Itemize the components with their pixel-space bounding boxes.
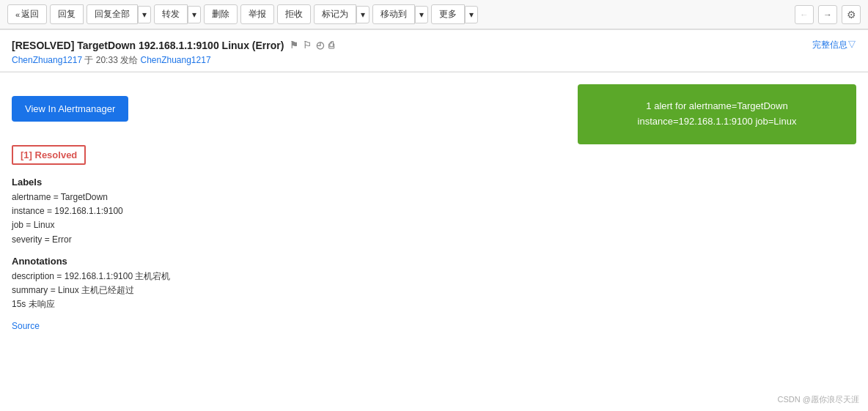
report-label: 举报 [249,8,266,21]
mark-chevron-icon: ▾ [361,10,365,20]
annotations-title: Annotations [12,256,856,267]
back-arrow-icon: « [15,10,20,19]
annotation-summary-line2: 15s 未响应 [12,297,856,311]
settings-button[interactable]: ⚙ [842,5,861,24]
reply-label: 回复 [58,8,76,21]
nav-next-button[interactable]: → [818,5,837,24]
forward-button[interactable]: 转发 [154,4,188,24]
reply-button[interactable]: 回复 [50,4,84,24]
label-severity: severity = Error [12,233,856,247]
reply-all-button[interactable]: 回复全部 [87,4,138,24]
nav-prev-button[interactable]: ← [795,5,814,24]
toolbar: « 返回 回复 回复全部 ▾ 转发 ▾ [0,0,868,29]
label-job: job = Linux [12,218,856,232]
forward-dropdown[interactable]: ▾ [188,6,201,23]
bookmark-icon[interactable]: ⚑ [290,40,298,51]
more-label: 更多 [439,8,457,21]
subject-text: [RESOLVED] TargetDown 192.168.1.1:9100 L… [12,40,284,51]
clock-icon[interactable]: ◴ [316,40,324,51]
full-info-link[interactable]: 完整信息▽ [812,39,856,51]
more-chevron-icon: ▾ [469,10,474,20]
email-from: ChenZhuang1217 于 20:33 发给 ChenZhuang1217 [12,54,856,67]
report-button[interactable]: 举报 [240,4,274,24]
mark-label: 标记为 [322,8,348,21]
mark-button[interactable]: 标记为 [314,4,356,24]
forward-chevron-icon: ▾ [192,10,196,20]
move-button[interactable]: 移动到 [372,4,415,24]
annotations-section: Annotations description = 192.168.1.1:91… [12,256,856,312]
email-body: 1 alert for alertname=TargetDown instanc… [0,73,868,366]
more-group: 更多 ▾ [431,4,478,24]
more-button[interactable]: 更多 [431,4,465,24]
subject-icons: ⚑ ⚐ ◴ ⎙ [290,40,334,51]
email-header: [RESOLVED] TargetDown 192.168.1.1:9100 L… [0,30,868,72]
resolved-badge-container: [1] Resolved [12,145,856,177]
resolved-badge: [1] Resolved [12,145,86,165]
alert-line1: 1 alert for alertname=TargetDown [595,99,839,114]
more-dropdown[interactable]: ▾ [465,6,478,23]
source-link[interactable]: Source [12,321,40,331]
forward-group: 转发 ▾ [154,4,201,24]
flag-icon[interactable]: ⚐ [303,40,312,51]
reply-all-dropdown[interactable]: ▾ [138,6,151,23]
label-alertname: alertname = TargetDown [12,190,856,204]
label-instance: instance = 192.168.1.1:9100 [12,204,856,218]
reject-button[interactable]: 拒收 [277,4,311,24]
reply-all-label: 回复全部 [95,8,130,21]
reply-group: 回复 [50,4,84,24]
move-group: 移动到 ▾ [372,4,428,24]
labels-section: Labels alertname = TargetDown instance =… [12,177,856,247]
toolbar-left: « 返回 回复 回复全部 ▾ 转发 ▾ [7,4,792,24]
labels-title: Labels [12,177,856,188]
reply-all-group: 回复全部 ▾ [87,4,151,24]
reject-label: 拒收 [285,8,303,21]
annotation-summary-line1: summary = Linux 主机已经超过 [12,284,856,297]
alert-box: 1 alert for alertname=TargetDown instanc… [578,84,856,144]
recipient-link[interactable]: ChenZhuang1217 [140,55,210,65]
print-icon[interactable]: ⎙ [328,40,334,51]
delete-button[interactable]: 删除 [204,4,238,24]
forward-label: 转发 [162,8,180,21]
email-subject: [RESOLVED] TargetDown 192.168.1.1:9100 L… [12,40,334,51]
reply-all-chevron-icon: ▾ [142,10,147,20]
sender-link[interactable]: ChenZhuang1217 [12,55,82,65]
mark-dropdown[interactable]: ▾ [356,6,369,23]
back-label: 返回 [21,8,39,21]
annotation-description: description = 192.168.1.1:9100 主机宕机 [12,270,856,284]
delete-label: 删除 [212,8,229,21]
view-alertmanager-button[interactable]: View In Alertmanager [12,96,128,122]
source-container: Source [12,320,856,331]
sent-at-text: 于 20:33 发给 [84,55,138,65]
move-label: 移动到 [380,8,407,21]
subject-row: [RESOLVED] TargetDown 192.168.1.1:9100 L… [12,39,856,51]
back-button[interactable]: « 返回 [7,4,47,24]
toolbar-right: ← → ⚙ [795,5,861,24]
alert-line2: instance=192.168.1.1:9100 job=Linux [595,114,839,130]
move-dropdown[interactable]: ▾ [415,6,428,23]
move-chevron-icon: ▾ [419,10,424,20]
mark-group: 标记为 ▾ [314,4,369,24]
